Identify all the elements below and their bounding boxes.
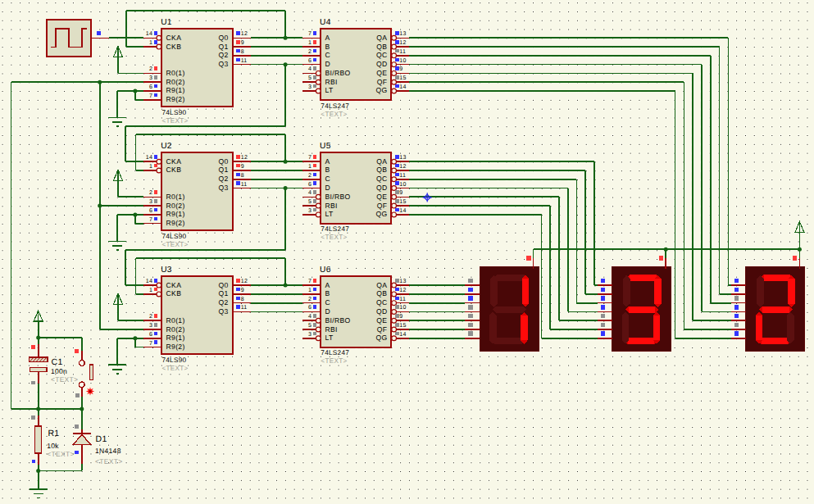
- svg-text:U2: U2: [161, 142, 172, 151]
- svg-text:U4: U4: [320, 18, 331, 27]
- svg-text:QD: QD: [376, 60, 388, 68]
- svg-text:2: 2: [308, 297, 312, 302]
- svg-text:QC: QC: [376, 51, 388, 59]
- svg-text:14: 14: [146, 279, 152, 284]
- svg-text:5: 5: [308, 75, 312, 81]
- svg-text:74LS90: 74LS90: [161, 233, 186, 240]
- svg-text:CKA: CKA: [166, 157, 182, 166]
- svg-text:9: 9: [399, 314, 402, 320]
- svg-text:B: B: [325, 289, 330, 297]
- svg-text:4: 4: [308, 314, 312, 320]
- svg-text:QB: QB: [376, 289, 387, 297]
- svg-text:R9(1): R9(1): [166, 334, 185, 342]
- svg-text:D: D: [325, 307, 331, 316]
- svg-text:Q1: Q1: [218, 289, 228, 297]
- svg-text:QE: QE: [376, 69, 387, 77]
- svg-text:6: 6: [308, 58, 312, 64]
- svg-text:9: 9: [399, 66, 402, 72]
- svg-text:<TEXT>: <TEXT>: [161, 241, 188, 248]
- svg-text:8: 8: [241, 297, 244, 302]
- svg-text:1: 1: [149, 40, 152, 46]
- svg-text:<TEXT>: <TEXT>: [51, 375, 78, 384]
- svg-text:10: 10: [399, 58, 406, 64]
- svg-text:74LS90: 74LS90: [161, 109, 186, 116]
- svg-text:12: 12: [241, 31, 248, 37]
- svg-text:QB: QB: [376, 166, 387, 174]
- svg-text:15: 15: [399, 199, 406, 205]
- svg-text:R0(2): R0(2): [166, 202, 185, 210]
- svg-text:QA: QA: [376, 281, 387, 289]
- svg-text:QB: QB: [376, 43, 387, 51]
- svg-text:C: C: [325, 51, 331, 59]
- svg-text:74LS247: 74LS247: [321, 225, 349, 233]
- svg-text:R0(2): R0(2): [166, 325, 185, 334]
- svg-text:6: 6: [149, 84, 152, 90]
- svg-text:QE: QE: [376, 316, 387, 325]
- svg-text:7: 7: [149, 217, 152, 223]
- svg-text:1: 1: [308, 288, 312, 293]
- svg-text:1: 1: [149, 164, 152, 170]
- svg-text:B: B: [325, 43, 330, 51]
- svg-text:QE: QE: [376, 193, 387, 201]
- svg-text:10: 10: [399, 182, 406, 188]
- svg-text:5: 5: [308, 199, 312, 205]
- svg-text:<TEXT>: <TEXT>: [161, 117, 188, 125]
- svg-text:Q1: Q1: [218, 43, 228, 51]
- svg-text:3: 3: [149, 323, 152, 329]
- svg-text:10: 10: [399, 305, 406, 311]
- svg-text:U3: U3: [161, 266, 172, 275]
- svg-text:QF: QF: [377, 202, 388, 210]
- svg-text:BI/RBO: BI/RBO: [325, 193, 351, 201]
- svg-text:R0(1): R0(1): [166, 316, 185, 325]
- svg-text:BI/RBO: BI/RBO: [325, 316, 351, 325]
- svg-text:QF: QF: [377, 325, 388, 334]
- svg-text:11: 11: [399, 173, 406, 179]
- svg-text:14: 14: [399, 332, 406, 338]
- svg-text:RBI: RBI: [325, 78, 338, 86]
- svg-text:<TEXT>: <TEXT>: [161, 365, 188, 372]
- svg-text:C: C: [325, 298, 331, 306]
- svg-text:1: 1: [308, 164, 312, 170]
- svg-text:QG: QG: [375, 210, 387, 218]
- svg-text:9: 9: [399, 190, 402, 196]
- svg-text:CKB: CKB: [166, 43, 182, 51]
- svg-text:14: 14: [146, 155, 152, 161]
- svg-text:Q1: Q1: [218, 166, 228, 174]
- svg-text:Q3: Q3: [218, 307, 228, 316]
- svg-text:R0(2): R0(2): [166, 78, 185, 86]
- svg-text:8: 8: [241, 173, 244, 179]
- svg-text:LT: LT: [325, 334, 334, 342]
- svg-text:7: 7: [308, 155, 312, 161]
- svg-text:2: 2: [149, 66, 152, 72]
- svg-text:C: C: [325, 175, 331, 183]
- svg-text:13: 13: [399, 31, 406, 37]
- svg-text:R9(1): R9(1): [166, 86, 185, 94]
- svg-text:11: 11: [399, 49, 406, 55]
- svg-text:Q3: Q3: [218, 184, 228, 192]
- svg-text:15: 15: [399, 75, 406, 81]
- svg-text:7: 7: [149, 93, 152, 99]
- svg-text:D: D: [325, 184, 331, 192]
- svg-text:QC: QC: [376, 175, 388, 183]
- svg-text:BI/RBO: BI/RBO: [325, 69, 351, 77]
- svg-text:7: 7: [308, 31, 312, 37]
- svg-text:3: 3: [308, 208, 312, 214]
- svg-text:12: 12: [241, 279, 248, 284]
- svg-text:74LS247: 74LS247: [321, 349, 349, 356]
- svg-text:11: 11: [399, 297, 406, 302]
- svg-text:12: 12: [399, 40, 406, 46]
- svg-text:R1: R1: [48, 429, 59, 438]
- svg-text:10k: 10k: [47, 442, 59, 450]
- svg-text:12: 12: [399, 164, 406, 170]
- svg-text:R9(2): R9(2): [166, 219, 185, 227]
- svg-text:11: 11: [241, 182, 248, 188]
- svg-text:R0(1): R0(1): [166, 193, 185, 201]
- svg-text:QG: QG: [375, 86, 387, 94]
- svg-text:2: 2: [308, 173, 312, 179]
- svg-text:12: 12: [399, 288, 406, 293]
- svg-text:Q0: Q0: [218, 281, 228, 289]
- svg-text:4: 4: [308, 190, 312, 196]
- svg-text:13: 13: [399, 279, 406, 284]
- svg-text:QG: QG: [375, 334, 387, 342]
- svg-text:C1: C1: [52, 357, 63, 367]
